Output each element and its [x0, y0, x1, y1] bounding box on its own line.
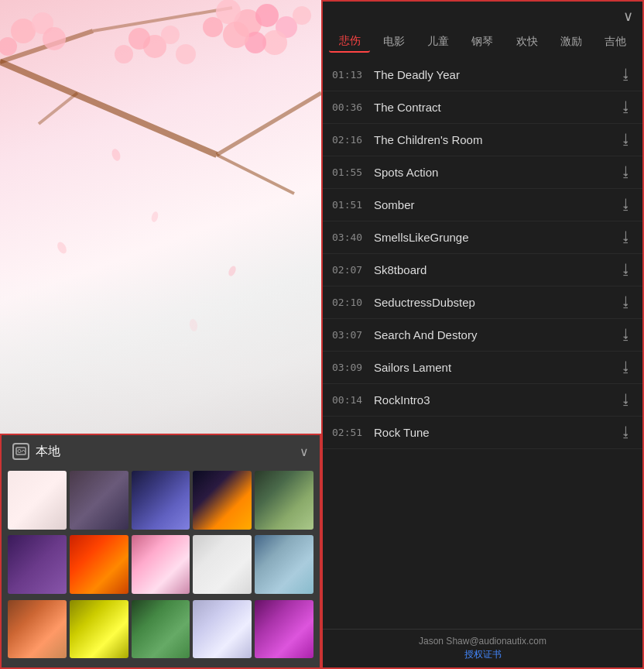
thumbnail-item[interactable] — [193, 535, 252, 594]
svg-point-18 — [115, 45, 133, 63]
track-name: SmellsLikeGrunge — [365, 231, 613, 244]
local-header-left: 本地 — [12, 443, 60, 460]
svg-point-22 — [0, 37, 17, 56]
thumbnail-item[interactable] — [8, 600, 67, 659]
category-tab[interactable]: 吉他 — [595, 32, 636, 52]
track-item[interactable]: 01:55Spots Action⭳ — [323, 156, 642, 189]
track-item[interactable]: 01:13The Deadly Year⭳ — [323, 59, 642, 91]
svg-point-12 — [223, 22, 249, 48]
track-name: SeductressDubstep — [365, 296, 613, 309]
track-item[interactable]: 00:36The Contract⭳ — [323, 91, 642, 124]
track-name: Sk8tboard — [365, 263, 613, 276]
track-item[interactable]: 00:14RockIntro3⭳ — [323, 384, 642, 417]
track-name: Search And Destory — [365, 328, 613, 341]
local-chevron-icon[interactable]: ∨ — [300, 444, 309, 459]
svg-point-25 — [150, 211, 159, 223]
svg-point-27 — [227, 265, 237, 277]
download-icon[interactable]: ⭳ — [613, 327, 633, 343]
track-duration: 03:07 — [332, 329, 365, 341]
svg-point-8 — [216, 0, 241, 24]
track-duration: 01:55 — [332, 166, 365, 178]
svg-point-9 — [276, 16, 297, 38]
cherry-blossom-background — [0, 0, 321, 434]
download-icon[interactable]: ⭳ — [613, 359, 633, 376]
category-tab[interactable]: 激励 — [550, 32, 591, 52]
track-duration: 02:10 — [332, 297, 365, 308]
local-header: 本地 ∨ — [2, 435, 320, 468]
track-name: Sailors Lament — [365, 361, 613, 374]
thumbnail-item[interactable] — [132, 535, 190, 594]
svg-point-23 — [43, 27, 66, 50]
local-section: 本地 ∨ — [0, 434, 321, 669]
svg-point-14 — [203, 17, 223, 37]
svg-line-4 — [0, 31, 93, 62]
track-name: Rock Tune — [365, 426, 613, 439]
track-item[interactable]: 03:09Sailors Lament⭳ — [323, 352, 642, 384]
top-chevron-area: ∨ — [323, 2, 642, 28]
download-icon[interactable]: ⭳ — [613, 197, 633, 213]
thumbnail-item[interactable] — [132, 471, 190, 530]
category-tab[interactable]: 钢琴 — [462, 32, 503, 52]
track-duration: 03:09 — [332, 362, 365, 373]
track-duration: 02:16 — [332, 134, 365, 146]
track-duration: 03:40 — [332, 232, 365, 243]
download-icon[interactable]: ⭳ — [613, 392, 633, 408]
track-duration: 02:51 — [332, 427, 365, 438]
category-tab[interactable]: 儿童 — [418, 32, 459, 52]
download-icon[interactable]: ⭳ — [613, 164, 633, 180]
track-duration: 00:14 — [332, 394, 365, 406]
track-item[interactable]: 02:16The Children's Room⭳ — [323, 124, 642, 156]
track-item[interactable]: 02:10SeductressDubstep⭳ — [323, 286, 642, 319]
top-chevron-icon[interactable]: ∨ — [623, 8, 633, 25]
local-icon — [12, 443, 29, 460]
thumbnail-item[interactable] — [255, 535, 313, 594]
thumbnail-grid — [2, 468, 320, 667]
thumbnail-item[interactable] — [255, 471, 313, 530]
download-icon[interactable]: ⭳ — [613, 99, 633, 115]
download-icon[interactable]: ⭳ — [613, 229, 633, 245]
category-tabs: 悲伤电影儿童钢琴欢快激励吉他 — [323, 28, 642, 59]
right-panel: ∨ 悲伤电影儿童钢琴欢快激励吉他 01:13The Deadly Year⭳00… — [321, 0, 644, 669]
track-item[interactable]: 03:40SmellsLikeGrunge⭳ — [323, 221, 642, 254]
download-icon[interactable]: ⭳ — [613, 424, 633, 441]
svg-point-6 — [234, 9, 262, 37]
category-tab[interactable]: 欢快 — [506, 32, 547, 52]
svg-point-7 — [255, 4, 279, 27]
thumbnail-item[interactable] — [193, 600, 252, 659]
svg-point-10 — [262, 30, 287, 55]
track-name: RockIntro3 — [365, 393, 613, 407]
category-tab[interactable]: 电影 — [373, 32, 414, 52]
download-icon[interactable]: ⭳ — [613, 262, 633, 278]
svg-line-5 — [93, 8, 232, 31]
thumbnail-item[interactable] — [255, 600, 313, 659]
track-item[interactable]: 03:07Search And Destory⭳ — [323, 319, 642, 352]
svg-point-15 — [143, 35, 166, 58]
thumbnail-item[interactable] — [8, 535, 67, 594]
track-name: The Contract — [365, 101, 613, 114]
thumbnail-item[interactable] — [132, 600, 190, 659]
track-item[interactable]: 02:07Sk8tboard⭳ — [323, 254, 642, 286]
download-icon[interactable]: ⭳ — [613, 67, 633, 83]
svg-point-13 — [293, 6, 311, 25]
thumbnail-item[interactable] — [8, 471, 67, 530]
thumbnail-item[interactable] — [193, 471, 252, 530]
svg-line-2 — [217, 155, 294, 194]
category-tab[interactable]: 悲伤 — [329, 31, 370, 53]
thumbnail-item[interactable] — [70, 471, 128, 530]
track-name: Spots Action — [365, 166, 613, 179]
footer-license[interactable]: 授权证书 — [464, 649, 502, 660]
thumbnail-item[interactable] — [70, 600, 128, 659]
local-label: 本地 — [36, 444, 60, 460]
svg-point-21 — [32, 12, 53, 34]
download-icon[interactable]: ⭳ — [613, 132, 633, 148]
thumbnail-item[interactable] — [70, 535, 128, 594]
svg-point-17 — [128, 28, 150, 50]
svg-line-3 — [39, 93, 77, 124]
track-item[interactable]: 02:51Rock Tune⭳ — [323, 417, 642, 449]
left-panel: 本地 ∨ — [0, 0, 321, 669]
svg-point-19 — [176, 44, 196, 64]
svg-point-16 — [161, 26, 180, 44]
download-icon[interactable]: ⭳ — [613, 294, 633, 310]
track-item[interactable]: 01:51Somber⭳ — [323, 189, 642, 221]
svg-point-26 — [56, 241, 69, 256]
